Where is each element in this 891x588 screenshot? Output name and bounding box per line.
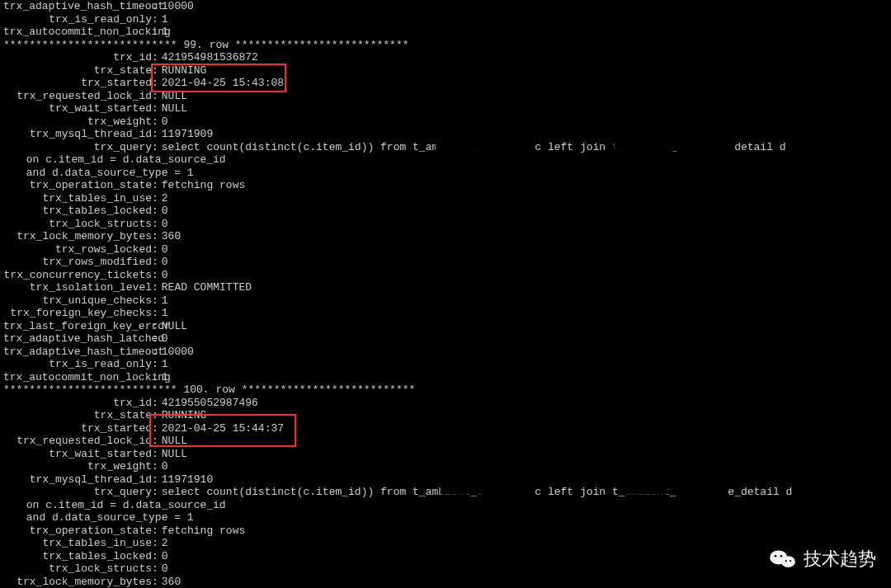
field-line: trx_foreign_key_checks:1 (3, 307, 888, 320)
field-value: 0 (158, 562, 168, 576)
query-continuation: and d.data_source_type = 1 (3, 167, 888, 180)
field-label: trx_mysql_thread_id (3, 128, 152, 141)
svg-point-2 (775, 555, 777, 557)
field-line: trx_adaptive_hash_timeout:10000 (3, 346, 888, 359)
watermark: 技术趋势 (769, 548, 876, 570)
field-label: trx_weight (3, 115, 152, 129)
wechat-icon (769, 548, 797, 570)
field-line: trx_tables_in_use:2 (3, 537, 888, 550)
field-line: trx_autocommit_non_locking:1 (3, 371, 888, 384)
field-line: trx_query:select count(distinct(c.item_i… (3, 486, 888, 499)
field-value: RUNNING (158, 409, 207, 422)
field-line: trx_tables_locked:0 (3, 550, 888, 563)
field-line: trx_query:select count(distinct(c.item_i… (3, 141, 888, 154)
field-value: 1 (158, 294, 168, 308)
field-label: trx_requested_lock_id (3, 435, 152, 448)
field-line: trx_is_read_only:1 (3, 358, 888, 371)
field-value: NULL (158, 435, 187, 448)
watermark-text: 技术趋势 (804, 553, 876, 566)
field-line: trx_id:421954981536872 (3, 51, 888, 64)
field-label: trx_rows_modified (3, 256, 152, 269)
field-value: NULL (158, 102, 187, 115)
field-label: trx_foreign_key_checks (3, 307, 152, 320)
query-continuation: on c.item_id = d.data_source_id (3, 153, 888, 167)
field-value: 2021-04-25 15:44:37 (158, 422, 284, 435)
field-label: trx_started (3, 422, 152, 435)
field-value: fetching rows (158, 179, 245, 192)
field-line: trx_rows_modified:0 (3, 256, 888, 269)
field-value: 0 (158, 243, 168, 256)
field-label: trx_tables_in_use (3, 192, 152, 205)
field-label: trx_autocommit_non_locking (3, 26, 152, 39)
field-line: trx_wait_started:NULL (3, 448, 888, 461)
field-value: 11971909 (158, 128, 213, 141)
field-value: 0 (158, 332, 168, 346)
field-label: trx_mysql_thread_id (3, 473, 152, 487)
field-label: trx_lock_memory_bytes (3, 576, 152, 589)
row-separator: *************************** 100. row ***… (3, 383, 888, 397)
field-label: trx_adaptive_hash_latched (3, 332, 152, 346)
field-label: trx_operation_state (3, 179, 152, 192)
field-value: 1 (158, 358, 168, 371)
field-value: NULL (158, 90, 187, 103)
field-label: trx_query (3, 141, 152, 154)
field-value: 0 (158, 218, 168, 231)
field-value: 10000 (158, 346, 194, 359)
field-value: 0 (158, 550, 168, 563)
query-continuation: and d.data_source_type = 1 (3, 511, 888, 524)
field-label: trx_isolation_level (3, 281, 152, 294)
field-line: trx_tables_in_use:2 (3, 192, 888, 205)
field-value: NULL (158, 320, 187, 333)
field-label: trx_wait_started (3, 448, 152, 461)
field-value: 421955052987496 (158, 397, 258, 410)
field-value: 11971910 (158, 473, 213, 487)
svg-point-5 (790, 560, 791, 562)
field-label: trx_state (3, 64, 152, 78)
field-label: trx_autocommit_non_locking (3, 371, 152, 384)
field-value: 421954981536872 (158, 51, 258, 64)
row-separator: *************************** 99. row ****… (3, 39, 888, 52)
field-value: 2 (158, 537, 168, 550)
field-value: 0 (158, 269, 168, 282)
field-label: trx_last_foreign_key_error (3, 320, 152, 333)
field-line: trx_requested_lock_id:NULL (3, 435, 888, 448)
field-line: trx_lock_structs:0 (3, 562, 888, 576)
field-line: trx_weight:0 (3, 115, 888, 129)
field-value: 1 (158, 26, 168, 39)
field-label: trx_adaptive_hash_timeout (3, 346, 152, 359)
field-value: 2021-04-25 15:43:08 (158, 77, 284, 90)
field-line: trx_state:RUNNING (3, 409, 888, 422)
field-line: trx_id:421955052987496 (3, 397, 888, 410)
field-label: trx_tables_in_use (3, 537, 152, 550)
field-line: trx_started:2021-04-25 15:44:37 (3, 422, 888, 435)
field-label: trx_operation_state (3, 524, 152, 538)
field-line: trx_operation_state:fetching rows (3, 179, 888, 192)
field-line: trx_last_foreign_key_error:NULL (3, 320, 888, 333)
query-continuation: on c.item_id = d.data_source_id (3, 499, 888, 512)
field-value: select count(distinct(c.item_id)) from t… (158, 486, 793, 499)
field-value: 1 (158, 371, 168, 384)
svg-point-1 (781, 556, 795, 567)
field-label: trx_query (3, 486, 152, 499)
field-line: trx_isolation_level:READ COMMITTED (3, 281, 888, 294)
field-label: trx_lock_structs (3, 562, 152, 576)
field-label: trx_id (3, 397, 152, 410)
field-value: 1 (158, 13, 168, 26)
field-line: trx_state:RUNNING (3, 64, 888, 78)
field-value: RUNNING (158, 64, 207, 78)
field-line: trx_started:2021-04-25 15:43:08 (3, 77, 888, 90)
field-value: 10000 (158, 0, 194, 13)
field-value: 0 (158, 115, 168, 129)
field-label: trx_is_read_only (3, 358, 152, 371)
field-label: trx_wait_started (3, 102, 152, 115)
field-label: trx_tables_locked (3, 205, 152, 218)
field-line: trx_lock_memory_bytes:360 (3, 576, 888, 589)
field-label: trx_requested_lock_id (3, 90, 152, 103)
field-line: trx_concurrency_tickets:0 (3, 269, 888, 282)
field-label: trx_id (3, 51, 152, 64)
field-label: trx_lock_structs (3, 218, 152, 231)
field-label: trx_started (3, 77, 152, 90)
field-label: trx_is_read_only (3, 13, 152, 26)
field-line: trx_operation_state:fetching rows (3, 524, 888, 538)
field-line: trx_wait_started:NULL (3, 102, 888, 115)
